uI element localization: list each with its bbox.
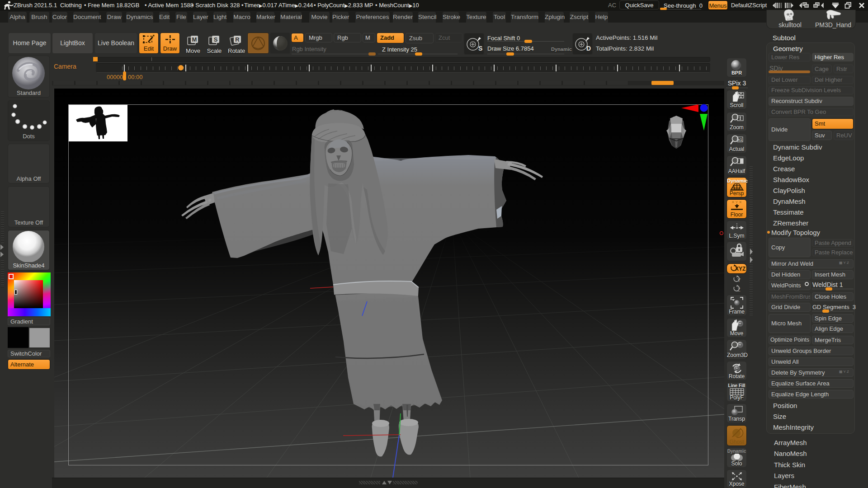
svg-text:XYZ: XYZ <box>735 266 745 272</box>
svg-text:Z: Z <box>737 287 741 292</box>
svg-text:R: R <box>235 36 240 43</box>
svg-text:x1: x1 <box>738 137 742 142</box>
svg-text:Y: Y <box>737 277 741 283</box>
svg-text:M: M <box>192 36 197 43</box>
svg-text:S: S <box>478 45 482 52</box>
svg-text:D: D <box>586 45 591 52</box>
svg-text:S: S <box>214 36 218 43</box>
